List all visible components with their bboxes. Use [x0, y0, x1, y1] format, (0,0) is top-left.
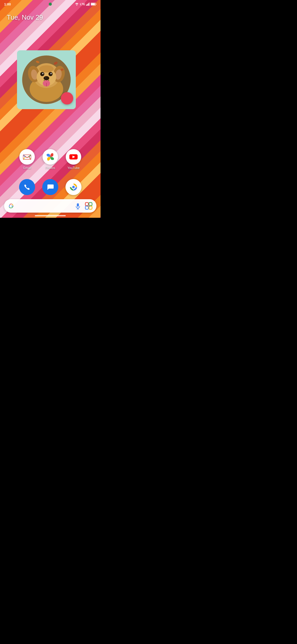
mic-icon[interactable]: [74, 202, 82, 210]
youtube-icon-bg: [66, 149, 81, 165]
date-label: Tue, Nov 29: [7, 13, 43, 21]
messages-icon: [46, 183, 54, 191]
google-g-icon: [8, 203, 14, 209]
battery-icon: [91, 3, 96, 6]
youtube-label: YouTube: [67, 166, 79, 170]
search-bar[interactable]: [4, 199, 96, 213]
lte-label: LTE: [80, 3, 85, 6]
svg-point-20: [44, 76, 49, 80]
lens-icon[interactable]: [85, 202, 93, 210]
svg-point-18: [42, 73, 44, 74]
svg-rect-7: [91, 3, 95, 5]
signal-icon: [86, 3, 90, 6]
phone-dock-icon[interactable]: [19, 179, 35, 195]
gmail-icon-bg: [19, 149, 35, 165]
svg-rect-45: [77, 203, 79, 207]
dock: [0, 179, 101, 195]
record-button[interactable]: [61, 92, 73, 104]
svg-rect-4: [89, 3, 90, 6]
chrome-dock-icon[interactable]: [65, 179, 81, 195]
youtube-icon: [69, 152, 78, 162]
app-row: Gmail Photos YouTube: [0, 149, 101, 170]
svg-rect-3: [88, 3, 89, 6]
svg-point-24: [39, 65, 54, 73]
svg-point-17: [48, 72, 53, 76]
svg-point-0: [77, 5, 77, 6]
status-icons: LTE: [75, 3, 96, 6]
gmail-icon: [22, 152, 32, 162]
youtube-app[interactable]: YouTube: [66, 149, 81, 170]
photos-icon: [46, 152, 55, 162]
messages-dock-icon[interactable]: [42, 179, 58, 195]
phone-icon: [23, 183, 31, 191]
svg-rect-6: [96, 4, 96, 5]
wifi-icon: [75, 3, 79, 6]
gmail-label: Gmail: [23, 166, 31, 170]
svg-rect-1: [86, 5, 87, 6]
dog-widget[interactable]: [17, 50, 76, 109]
svg-point-19: [51, 73, 52, 74]
home-bar: [35, 215, 66, 216]
status-time: 1:00: [4, 2, 11, 6]
svg-point-16: [40, 72, 44, 76]
photos-app[interactable]: Photos: [43, 149, 58, 170]
camera-dot: [49, 3, 52, 6]
gmail-app[interactable]: Gmail: [19, 149, 35, 170]
svg-point-21: [45, 77, 46, 78]
chrome-icon: [69, 182, 78, 192]
photos-icon-bg: [43, 149, 58, 165]
svg-point-37: [72, 186, 75, 188]
photos-label: Photos: [45, 166, 55, 170]
svg-rect-2: [87, 4, 88, 6]
